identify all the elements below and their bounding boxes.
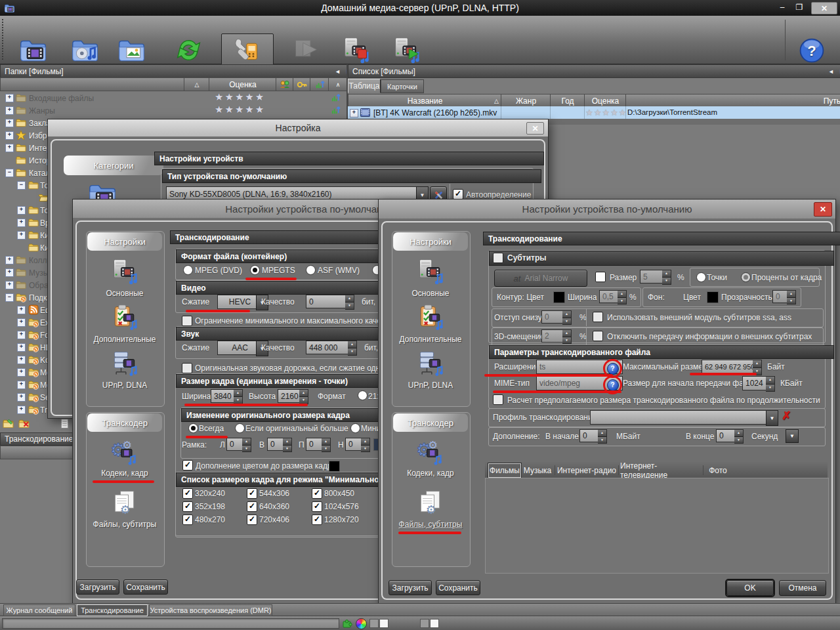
spin-up-icon[interactable]: ▲ [734, 430, 743, 437]
expander-icon[interactable]: + [17, 356, 26, 364]
rating-stars[interactable]: ★★★★★ [215, 91, 265, 103]
spinner[interactable]: ▲▼ [322, 438, 331, 452]
spinner[interactable]: ▲▼ [618, 290, 627, 304]
spin-up-icon[interactable]: ▲ [562, 330, 571, 337]
files-dialog-titlebar[interactable]: Настройки устройства по-умолчанию ✕ [379, 200, 835, 219]
spin-down-icon[interactable]: ▼ [242, 446, 251, 452]
spinner[interactable]: ▲▼ [283, 438, 292, 452]
spinner[interactable]: ▲▼ [361, 438, 370, 452]
expander-icon[interactable]: + [17, 206, 26, 215]
max-size-input[interactable]: 62 949 672 950 [702, 360, 758, 374]
spin-down-icon[interactable]: ▼ [562, 337, 571, 344]
spin-up-icon[interactable]: ▲ [299, 390, 308, 397]
ok-button[interactable]: OK [726, 580, 774, 596]
users-filter-button[interactable] [276, 77, 294, 91]
spin-up-icon[interactable]: ▲ [598, 430, 606, 437]
spin-down-icon[interactable]: ▼ [766, 385, 774, 392]
spin-up-icon[interactable]: ▲ [562, 311, 571, 318]
extra-settings-icon[interactable] [110, 303, 139, 332]
spin-up-icon[interactable]: ▲ [345, 295, 354, 303]
expander-icon[interactable]: + [17, 318, 26, 327]
spin-up-icon[interactable]: ▲ [753, 360, 761, 368]
tab-dmr-devices[interactable]: Устройства воспроизведения (DMR) [149, 604, 272, 616]
radio-always[interactable] [188, 423, 198, 433]
spinner[interactable]: ▲▼ [562, 310, 572, 325]
dialog-close-button[interactable]: ✕ [526, 122, 544, 135]
fill-color-checkbox[interactable]: ✓ [182, 460, 193, 471]
size-checkbox[interactable]: ✓ [182, 501, 193, 512]
spin-up-icon[interactable]: ▲ [662, 270, 671, 278]
close-button[interactable]: ✕ [811, 2, 837, 14]
font-color-checkbox[interactable] [595, 272, 606, 282]
radio-asf-wmv[interactable] [306, 265, 316, 275]
tab-internet-tv[interactable]: Интернет-телевидение [620, 464, 702, 476]
spin-down-icon[interactable]: ▼ [345, 303, 354, 309]
expander-icon[interactable]: + [17, 331, 26, 339]
spinner[interactable]: ▲▼ [787, 290, 796, 304]
sort-column-header[interactable]: △ [184, 77, 210, 91]
list-row[interactable]: + [BT] 4K Warcraft (2160p h265).mkv ★★★★… [348, 106, 840, 119]
delete-folder-icon[interactable] [18, 418, 30, 429]
sidebar-item-upnp[interactable]: UPnP, DLNA [86, 381, 163, 390]
spin-down-icon[interactable]: ▼ [322, 446, 330, 452]
cancel-button[interactable]: Отмена [779, 580, 826, 596]
categories-tab[interactable]: Категории [64, 156, 163, 175]
size-checkbox[interactable]: ✓ [247, 488, 257, 499]
sidebar-item-extra[interactable]: Дополнительные [86, 335, 163, 344]
spin-down-icon[interactable]: ▼ [348, 348, 356, 355]
save-button[interactable]: Сохранить [436, 580, 480, 595]
upnp-icon[interactable] [416, 349, 445, 378]
tree-item[interactable]: +Входящие файлы [0, 92, 197, 104]
files-subtitles-icon[interactable] [416, 488, 445, 517]
radio-points[interactable] [696, 272, 706, 282]
page-icon[interactable] [59, 418, 70, 429]
expander-icon[interactable]: + [5, 131, 14, 140]
sidebar-item-files-active[interactable]: Файлы, субтитры [392, 520, 469, 529]
column-header-path[interactable]: Путь [625, 94, 840, 108]
size-checkbox[interactable]: ✓ [247, 514, 257, 525]
ssa-checkbox[interactable] [593, 312, 603, 322]
tab-transcoding[interactable]: Транскодирование [77, 604, 148, 616]
expander-icon[interactable]: − [5, 293, 14, 302]
spin-down-icon[interactable]: ▼ [734, 437, 743, 444]
radio-percent-frame[interactable] [741, 272, 751, 282]
codecs-icon[interactable] [110, 437, 139, 466]
subtitles-checkbox[interactable] [493, 253, 503, 263]
expander-icon[interactable]: + [5, 119, 14, 127]
load-button[interactable]: Загрузить [388, 580, 432, 595]
spin-up-icon[interactable]: ▲ [242, 438, 251, 446]
outline-color-swatch[interactable] [553, 291, 565, 303]
tab-cards[interactable]: Карточки [381, 79, 424, 93]
tree-item[interactable]: +Жанры [0, 104, 197, 117]
help-icon[interactable]: ? [607, 379, 619, 391]
sidebar-item-extra[interactable]: Дополнительные [392, 335, 469, 344]
dialog-close-button[interactable]: ✕ [814, 202, 832, 217]
calc-size-checkbox[interactable] [493, 394, 503, 405]
expander-icon[interactable]: + [17, 368, 26, 377]
expander-icon[interactable]: + [17, 306, 26, 314]
maximize-button[interactable]: ❐ [793, 3, 806, 12]
expander-icon[interactable]: + [5, 144, 14, 152]
radio-minimal[interactable] [350, 423, 360, 433]
fill-color-swatch[interactable] [329, 461, 340, 472]
column-header-year[interactable]: Год [550, 94, 585, 108]
expander-icon[interactable]: − [17, 181, 26, 190]
spinner[interactable]: ▲▼ [766, 376, 775, 392]
minimize-button[interactable]: – [776, 3, 789, 12]
tab-photo[interactable]: Фото [705, 464, 731, 476]
sidebar-item-main[interactable]: Основные [86, 289, 163, 298]
sidebar-item-codecs[interactable]: Кодеки, кадр [392, 469, 469, 478]
disable-ext-subs-checkbox[interactable] [593, 331, 603, 341]
expander-icon[interactable]: + [5, 268, 14, 277]
color-wheel-icon[interactable] [356, 618, 367, 629]
scroll-up-button[interactable]: ∧ [328, 77, 348, 91]
spin-up-icon[interactable]: ▲ [348, 341, 356, 348]
spin-down-icon[interactable]: ▼ [234, 397, 242, 404]
spinner[interactable]: ▲▼ [345, 295, 354, 310]
expander-icon[interactable]: + [17, 393, 26, 402]
rating-column-header[interactable]: Оценка [209, 77, 277, 91]
spin-down-icon[interactable]: ▼ [283, 446, 291, 452]
spin-down-icon[interactable]: ▼ [598, 437, 606, 444]
spin-down-icon[interactable]: ▼ [299, 397, 308, 404]
autodetect-checkbox[interactable]: ✓ [453, 189, 463, 200]
